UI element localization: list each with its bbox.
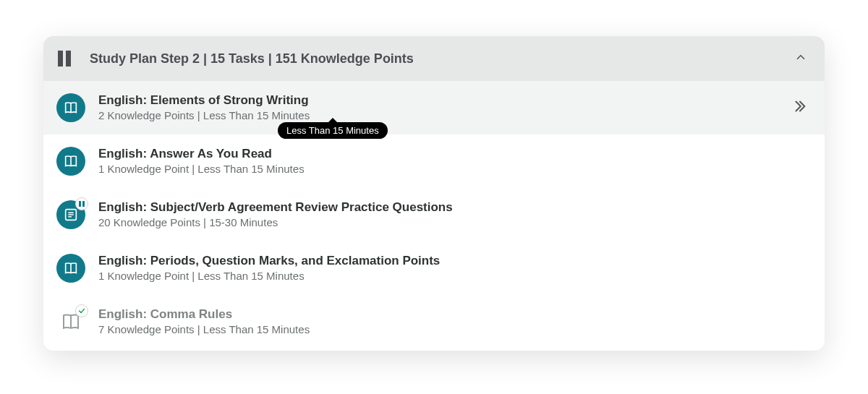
book-open-icon bbox=[56, 307, 85, 336]
task-title: English: Elements of Strong Writing bbox=[98, 93, 791, 108]
check-badge-icon bbox=[75, 304, 88, 317]
chevron-up-icon[interactable] bbox=[794, 51, 807, 67]
task-texts: English: Elements of Strong Writing 2 Kn… bbox=[98, 93, 791, 121]
task-title: English: Answer As You Read bbox=[98, 147, 807, 161]
task-row[interactable]: English: Comma Rules 7 Knowledge Points … bbox=[43, 295, 825, 348]
study-plan-header[interactable]: Study Plan Step 2 | 15 Tasks | 151 Knowl… bbox=[43, 36, 825, 81]
pause-badge-icon bbox=[75, 197, 88, 210]
book-icon bbox=[56, 147, 85, 176]
task-meta: 20 Knowledge Points | 15-30 Minutes bbox=[98, 216, 807, 228]
task-meta: 1 Knowledge Point | Less Than 15 Minutes bbox=[98, 270, 807, 282]
task-meta: 1 Knowledge Point | Less Than 15 Minutes bbox=[98, 163, 807, 175]
task-row[interactable]: English: Subject/Verb Agreement Review P… bbox=[43, 188, 825, 241]
duration-tooltip: Less Than 15 Minutes bbox=[278, 122, 388, 139]
task-meta: 2 Knowledge Points | Less Than 15 Minute… bbox=[98, 109, 791, 121]
task-row[interactable]: English: Answer As You Read 1 Knowledge … bbox=[43, 134, 825, 188]
pause-icon bbox=[56, 51, 72, 67]
task-meta: 7 Knowledge Points | Less Than 15 Minute… bbox=[98, 323, 807, 335]
task-texts: English: Subject/Verb Agreement Review P… bbox=[98, 200, 807, 228]
expand-icon[interactable] bbox=[791, 98, 807, 117]
book-icon bbox=[56, 93, 85, 122]
task-title: English: Periods, Question Marks, and Ex… bbox=[98, 254, 807, 268]
study-plan-card: Study Plan Step 2 | 15 Tasks | 151 Knowl… bbox=[43, 36, 825, 351]
task-texts: English: Comma Rules 7 Knowledge Points … bbox=[98, 307, 807, 335]
task-title: English: Comma Rules bbox=[98, 307, 807, 322]
task-row[interactable]: English: Elements of Strong Writing 2 Kn… bbox=[43, 81, 825, 134]
task-title: English: Subject/Verb Agreement Review P… bbox=[98, 200, 807, 215]
book-icon bbox=[56, 254, 85, 283]
study-plan-title: Study Plan Step 2 | 15 Tasks | 151 Knowl… bbox=[90, 51, 794, 67]
task-texts: English: Answer As You Read 1 Knowledge … bbox=[98, 147, 807, 175]
task-row[interactable]: English: Periods, Question Marks, and Ex… bbox=[43, 241, 825, 295]
list-icon bbox=[56, 200, 85, 229]
task-texts: English: Periods, Question Marks, and Ex… bbox=[98, 254, 807, 282]
